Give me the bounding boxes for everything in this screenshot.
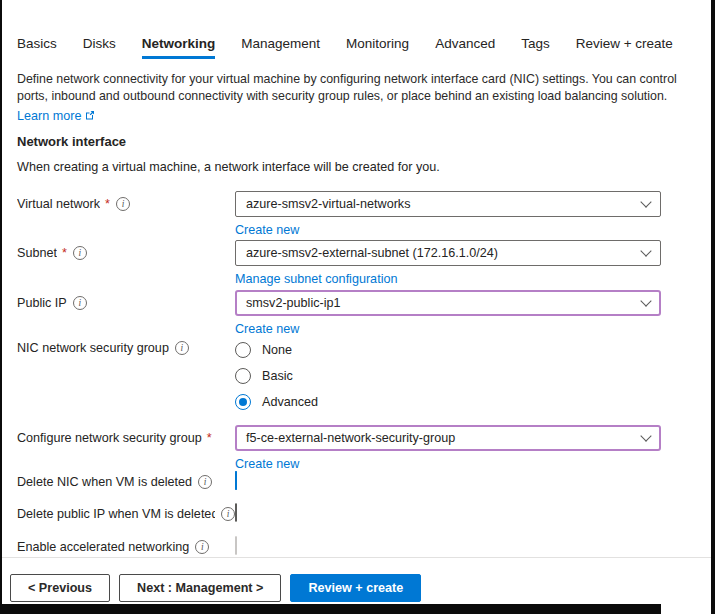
radio-label: Advanced [262, 395, 318, 409]
virtual-network-label: Virtual network * [17, 191, 235, 211]
nic-nsg-label: NIC network security group [17, 340, 235, 355]
chevron-down-icon [640, 430, 651, 441]
nic-nsg-radio-group: None Basic Advanced [235, 340, 661, 410]
info-icon[interactable] [73, 246, 87, 260]
field-row-virtual-network: Virtual network * azure-smsv2-virtual-ne… [17, 191, 661, 238]
configure-nsg-label: Configure network security group * [17, 425, 235, 445]
accelerated-networking-checkbox [235, 536, 237, 555]
radio-label: Basic [262, 369, 293, 383]
field-row-delete-nic: Delete NIC when VM is deleted [17, 472, 661, 490]
virtual-network-select[interactable]: azure-smsv2-virtual-networks [235, 191, 661, 217]
field-row-delete-public-ip: Delete public IP when VM is deleted [17, 504, 661, 522]
required-marker: * [207, 431, 212, 445]
tab-disks[interactable]: Disks [83, 36, 116, 59]
chevron-down-icon [640, 295, 651, 306]
select-value: azure-smsv2-virtual-networks [246, 197, 410, 211]
footer-button-bar: < Previous Next : Management > Review + … [10, 574, 421, 602]
section-heading: Network interface [17, 134, 126, 149]
radio-option-basic[interactable]: Basic [235, 368, 661, 384]
radio-option-none[interactable]: None [235, 342, 661, 358]
subnet-select[interactable]: azure-smsv2-external-subnet (172.16.1.0/… [235, 240, 661, 266]
field-row-public-ip: Public IP smsv2-public-ip1 Create new [17, 290, 661, 337]
tab-management[interactable]: Management [241, 36, 320, 59]
page-description: Define network connectivity for your vir… [17, 71, 711, 105]
create-new-virtual-network-link[interactable]: Create new [235, 223, 299, 237]
footer-divider [2, 557, 711, 558]
tab-basics[interactable]: Basics [17, 36, 57, 59]
field-row-subnet: Subnet * azure-smsv2-external-subnet (17… [17, 240, 661, 287]
info-icon[interactable] [198, 475, 212, 489]
tab-advanced[interactable]: Advanced [435, 36, 495, 59]
field-row-configure-nsg: Configure network security group * f5-ce… [17, 425, 661, 472]
accelerated-networking-label: Enable accelerated networking [17, 537, 235, 554]
external-link-icon [85, 108, 95, 125]
create-new-public-ip-link[interactable]: Create new [235, 322, 299, 336]
manage-subnet-configuration-link[interactable]: Manage subnet configuration [235, 272, 397, 286]
tab-tags[interactable]: Tags [521, 36, 550, 59]
configure-nsg-select[interactable]: f5-ce-external-network-security-group [235, 425, 661, 451]
intro-block: Define network connectivity for your vir… [17, 71, 711, 125]
subnet-label: Subnet * [17, 240, 235, 260]
required-marker: * [105, 197, 110, 211]
delete-public-ip-checkbox[interactable] [235, 503, 237, 522]
chevron-down-icon [640, 245, 651, 256]
previous-button[interactable]: < Previous [10, 574, 110, 602]
delete-nic-checkbox[interactable] [235, 471, 237, 490]
radio-icon[interactable] [235, 394, 251, 410]
tab-monitoring[interactable]: Monitoring [346, 36, 409, 59]
learn-more-label: Learn more [17, 108, 81, 125]
public-ip-label: Public IP [17, 290, 235, 310]
create-new-nsg-link[interactable]: Create new [235, 457, 299, 471]
radio-icon[interactable] [235, 368, 251, 384]
info-icon[interactable] [73, 296, 87, 310]
select-value: f5-ce-external-network-security-group [246, 431, 455, 445]
radio-option-advanced[interactable]: Advanced [235, 394, 661, 410]
learn-more-link[interactable]: Learn more [17, 108, 95, 125]
select-value: azure-smsv2-external-subnet (172.16.1.0/… [246, 246, 498, 260]
window-edge-right [711, 0, 715, 614]
field-row-accelerated-networking: Enable accelerated networking [17, 537, 661, 555]
tab-networking[interactable]: Networking [142, 36, 216, 59]
delete-nic-label: Delete NIC when VM is deleted [17, 472, 235, 489]
window-edge-bottom [0, 604, 661, 614]
next-management-button[interactable]: Next : Management > [119, 574, 281, 602]
review-create-button[interactable]: Review + create [290, 574, 421, 602]
field-row-nic-nsg: NIC network security group None Basic Ad… [17, 340, 661, 410]
section-subtext: When creating a virtual machine, a netwo… [17, 160, 440, 174]
tab-review-create[interactable]: Review + create [576, 36, 673, 59]
info-icon[interactable] [221, 507, 235, 521]
info-icon[interactable] [116, 197, 130, 211]
window-edge-left [0, 0, 2, 614]
tab-bar: Basics Disks Networking Management Monit… [17, 36, 673, 59]
delete-public-ip-label: Delete public IP when VM is deleted [17, 504, 235, 521]
chevron-down-icon [640, 196, 651, 207]
required-marker: * [62, 246, 67, 260]
vm-create-networking-page: Basics Disks Networking Management Monit… [0, 0, 715, 614]
info-icon[interactable] [175, 341, 189, 355]
public-ip-select[interactable]: smsv2-public-ip1 [235, 290, 661, 316]
info-icon[interactable] [195, 540, 209, 554]
select-value: smsv2-public-ip1 [246, 296, 340, 310]
radio-icon[interactable] [235, 342, 251, 358]
radio-label: None [262, 343, 292, 357]
